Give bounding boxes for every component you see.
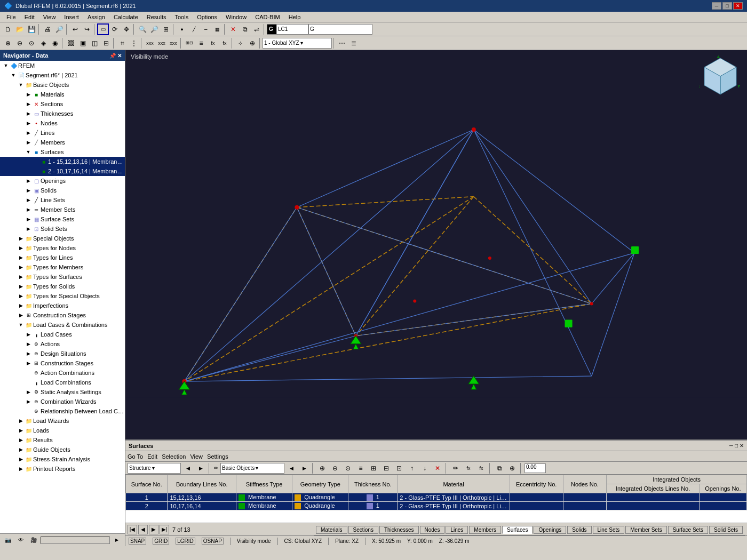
panel-menu-settings[interactable]: Settings xyxy=(207,453,228,460)
tree-item-results[interactable]: ▶ 📁 Results xyxy=(0,435,125,445)
tb-redo[interactable]: ↪ xyxy=(81,23,93,35)
tree-item-surf1[interactable]: ■ 1 - 15,12,13,16 | Membrane | C xyxy=(0,157,125,166)
tree-item-conststages2[interactable]: ▶ ⊞ Construction Stages xyxy=(0,358,125,368)
tab-nodes[interactable]: Nodes xyxy=(420,526,445,534)
tree-item-surfacesets[interactable]: ▶ ▦ Surface Sets xyxy=(0,214,125,224)
tree-item-surf2[interactable]: ■ 2 - 10,17,16,14 | Membrane | C xyxy=(0,166,125,176)
panel-tb-btn4[interactable]: ≡ xyxy=(355,462,367,474)
panel-minimize-icon[interactable]: ─ xyxy=(729,443,733,449)
tb2-r5[interactable]: ◉ xyxy=(49,37,61,49)
tab-materials[interactable]: Materials xyxy=(316,526,347,534)
panel-menu-selection[interactable]: Selection xyxy=(162,453,186,460)
tree-item-lc[interactable]: ▶ ╻ Load Cases xyxy=(0,330,125,339)
panel-num-input[interactable]: 0.00 xyxy=(525,463,546,473)
maximize-button[interactable]: □ xyxy=(722,2,732,10)
tree-item-thicknesses[interactable]: ▶ ▭ Thicknesses xyxy=(0,109,125,118)
tb-lc-value2[interactable]: G xyxy=(308,24,372,35)
panel-structure-dropdown[interactable]: Structure ▾ xyxy=(128,463,181,474)
tb-mirror[interactable]: ⇌ xyxy=(251,23,263,35)
tb2-view2[interactable]: ▣ xyxy=(77,37,89,49)
menu-file[interactable]: File xyxy=(2,13,20,21)
tree-item-solidsets[interactable]: ▶ ⊡ Solid Sets xyxy=(0,224,125,234)
tree-item-typessolids[interactable]: ▶ 📁 Types for Solids xyxy=(0,282,125,291)
tree-item-sections[interactable]: ▶ ✕ Sections xyxy=(0,99,125,109)
panel-tb-copy1[interactable]: ⧉ xyxy=(494,462,505,474)
panel-next-btn[interactable]: ▶ xyxy=(195,462,206,474)
tree-item-nodes[interactable]: ▶ • Nodes xyxy=(0,118,125,128)
nav-scrollbar-h[interactable] xyxy=(41,537,110,544)
tree-item-loadwizards[interactable]: ▶ 📁 Load Wizards xyxy=(0,416,125,426)
tb-node[interactable]: ● xyxy=(176,23,188,35)
status-osnap[interactable]: OSNAP xyxy=(202,538,224,545)
tb2-cs-dropdown[interactable]: 1 - Global XYZ ▾ xyxy=(263,38,332,49)
tb-open[interactable]: 📂 xyxy=(14,23,26,35)
tree-item-actioncombinations[interactable]: ⊛ Action Combinations xyxy=(0,368,125,378)
panel-tb-btn8[interactable]: ↑ xyxy=(406,462,418,474)
tb2-r1[interactable]: ⊕ xyxy=(2,37,14,49)
panel-obj-prev-btn[interactable]: ◀ xyxy=(285,462,297,474)
panel-tb-delete[interactable]: ✕ xyxy=(432,462,443,474)
tree-item-linesets[interactable]: ▶ ╱ Line Sets xyxy=(0,195,125,205)
panel-tb-btn3[interactable]: ⊙ xyxy=(342,462,354,474)
tb-zoom-out[interactable]: 🔎 xyxy=(148,23,160,35)
tree-item-typeslines[interactable]: ▶ 📁 Types for Lines xyxy=(0,253,125,262)
tree-item-imperfections[interactable]: ▶ 📁 Imperfections xyxy=(0,301,125,310)
menu-cadbim[interactable]: CAD-BIM xyxy=(251,13,284,21)
tab-solidsets[interactable]: Solid Sets xyxy=(709,526,743,534)
panel-tb-btn1[interactable]: ⊕ xyxy=(316,462,328,474)
tb2-last[interactable]: ⋯ xyxy=(336,37,348,49)
tb-move[interactable]: ✥ xyxy=(121,23,132,35)
tab-lines[interactable]: Lines xyxy=(446,526,468,534)
tab-surfaces[interactable]: Surfaces xyxy=(502,526,533,534)
tb-member[interactable]: ━ xyxy=(200,23,211,35)
nav-scroll-right[interactable]: ▶ xyxy=(111,534,123,546)
tab-openings[interactable]: Openings xyxy=(534,526,566,534)
tree-item-specialobj[interactable]: ▶ 📁 Special Objects xyxy=(0,234,125,243)
tb2-disp3[interactable]: xxx xyxy=(168,37,179,49)
panel-tb-btn5[interactable]: ⊞ xyxy=(368,462,379,474)
tb-rotate[interactable]: ⟳ xyxy=(109,23,121,35)
window-controls[interactable]: ─ □ ✕ xyxy=(712,2,743,10)
page-prev-btn[interactable]: ◀ xyxy=(138,525,148,534)
tb-zoom-fit[interactable]: ⊞ xyxy=(160,23,172,35)
panel-tb-btn7[interactable]: ⊡ xyxy=(393,462,405,474)
tree-item-typessurfaces[interactable]: ▶ 📁 Types for Surfaces xyxy=(0,272,125,282)
panel-obj-next-btn[interactable]: ▶ xyxy=(298,462,310,474)
nav-eye-btn[interactable]: 👁 xyxy=(15,534,27,546)
tree-item-actions[interactable]: ▶ ⊛ Actions xyxy=(0,339,125,349)
status-snap[interactable]: SNAP xyxy=(129,538,146,545)
table-row-2[interactable]: 2 10,17,16,14 Membrane Quadrangle xyxy=(126,502,747,510)
menu-calculate[interactable]: Calculate xyxy=(109,13,142,21)
tb2-view4[interactable]: ⊟ xyxy=(100,37,112,49)
tb-copy[interactable]: ⧉ xyxy=(239,23,251,35)
panel-tb-fx1[interactable]: fx xyxy=(463,462,474,474)
menu-window[interactable]: Window xyxy=(221,13,251,21)
tb2-disp2[interactable]: xxx xyxy=(156,37,168,49)
tree-item-conststages[interactable]: ▶ ⊞ Construction Stages xyxy=(0,310,125,320)
table-area[interactable]: Surface No. Boundary Lines No. Stiffness… xyxy=(125,475,747,523)
tree-item-openings[interactable]: ▶ ▢ Openings xyxy=(0,176,125,186)
tb2-view1[interactable]: 🖼 xyxy=(65,37,77,49)
panel-prev-btn[interactable]: ◀ xyxy=(182,462,194,474)
panel-tb-edit1[interactable]: ✏ xyxy=(450,462,462,474)
menu-view[interactable]: View xyxy=(39,13,60,21)
tb2-disp5[interactable]: ≡ xyxy=(195,37,207,49)
tb-printpreview[interactable]: 🔎 xyxy=(53,23,65,35)
status-lgrid[interactable]: LGRID xyxy=(176,538,195,545)
tb2-r4[interactable]: ◈ xyxy=(37,37,49,49)
tb2-disp6[interactable]: fx xyxy=(207,37,219,49)
tab-membersets[interactable]: Member Sets xyxy=(625,526,666,534)
tb2-disp7[interactable]: fx xyxy=(219,37,231,49)
panel-maximize-icon[interactable]: □ xyxy=(735,443,738,449)
menu-options[interactable]: Options xyxy=(193,13,221,21)
tb2-snap1[interactable]: ⌗ xyxy=(116,37,128,49)
tree-item-combwizards[interactable]: ▶ ⊛ Combination Wizards xyxy=(0,397,125,406)
panel-tb-btn9[interactable]: ↓ xyxy=(419,462,431,474)
tb-lc-dropdown[interactable]: G xyxy=(267,24,276,35)
tb-line[interactable]: ╱ xyxy=(188,23,200,35)
panel-menu-goto[interactable]: Go To xyxy=(128,453,143,460)
page-next-btn[interactable]: ▶ xyxy=(149,525,158,534)
tb2-coord[interactable]: ⊹ xyxy=(235,37,247,49)
tb-surface[interactable]: ▦ xyxy=(211,23,223,35)
tree-item-printout[interactable]: ▶ 📁 Printout Reports xyxy=(0,464,125,474)
